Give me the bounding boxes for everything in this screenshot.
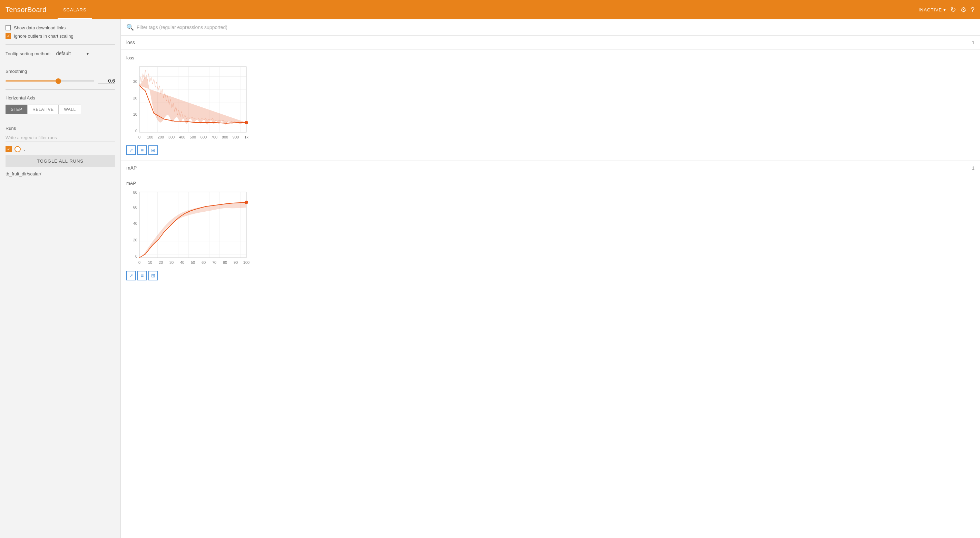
horizontal-axis-label: Horizontal Axis <box>6 95 115 101</box>
svg-text:40: 40 <box>133 221 137 225</box>
run-checkbox[interactable] <box>6 146 12 152</box>
map-section-header[interactable]: mAP 1 <box>121 161 980 175</box>
loss-chart-container: loss 0 10 20 30 0 100 <box>121 50 980 161</box>
data-links-section: Show data download links Ignore outliers… <box>6 25 115 39</box>
axis-step-button[interactable]: STEP <box>6 105 27 114</box>
header-left: TensorBoard SCALARS <box>6 0 92 19</box>
svg-point-34 <box>245 201 248 204</box>
map-lines-button[interactable]: ≡ <box>137 271 147 280</box>
loss-lines-button[interactable]: ≡ <box>137 145 147 155</box>
svg-text:500: 500 <box>190 135 196 139</box>
axis-wall-button[interactable]: WALL <box>59 105 81 114</box>
run-dot: . <box>24 146 25 152</box>
svg-text:0: 0 <box>138 260 140 265</box>
loss-expand-button[interactable]: ⤢ <box>126 145 136 155</box>
run-item: . <box>6 146 115 152</box>
svg-text:100: 100 <box>243 260 250 265</box>
map-dots-button[interactable]: ⊞ <box>148 271 158 280</box>
loss-section-title: loss <box>126 40 135 45</box>
svg-text:20: 20 <box>133 238 137 242</box>
loss-chart-actions: ⤢ ≡ ⊞ <box>126 145 974 155</box>
header-right: INACTIVE ▾ ↻ ⚙ ? <box>919 6 974 14</box>
loss-dots-button[interactable]: ⊞ <box>148 145 158 155</box>
ignore-outliers-box <box>6 33 11 39</box>
tooltip-sorting-label: Tooltip sorting method: <box>6 51 51 56</box>
chevron-down-icon: ▾ <box>943 7 946 13</box>
map-chart: 0 20 40 60 80 0 10 20 30 40 50 60 70 80 … <box>126 188 251 268</box>
settings-icon[interactable]: ⚙ <box>960 6 967 14</box>
smoothing-section: Smoothing 0.6 <box>6 69 115 84</box>
axis-buttons: STEP RELATIVE WALL <box>6 105 115 114</box>
divider-3 <box>6 89 115 90</box>
map-chart-container: mAP 0 20 40 60 80 0 10 <box>121 175 980 286</box>
loss-chart-title: loss <box>126 55 974 61</box>
svg-text:100: 100 <box>147 135 153 139</box>
filter-bar: 🔍 <box>121 19 980 35</box>
svg-text:50: 50 <box>191 260 195 265</box>
map-section-title: mAP <box>126 165 137 171</box>
svg-text:70: 70 <box>212 260 216 265</box>
layout: Show data download links Ignore outliers… <box>0 19 980 538</box>
show-data-links-checkbox[interactable]: Show data download links <box>6 25 115 30</box>
divider-1 <box>6 44 115 45</box>
logo: TensorBoard <box>6 6 46 14</box>
svg-text:90: 90 <box>234 260 238 265</box>
tooltip-sorting-select[interactable]: default ascending descending nearest <box>55 50 89 57</box>
divider-4 <box>6 120 115 120</box>
svg-text:80: 80 <box>133 190 137 195</box>
map-section-count: 1 <box>972 165 974 171</box>
sidebar: Show data download links Ignore outliers… <box>0 19 121 538</box>
search-icon: 🔍 <box>126 24 134 31</box>
svg-text:10: 10 <box>148 260 152 265</box>
runs-section: Runs . TOGGLE ALL RUNS tb_fruit_dir/scal… <box>6 126 115 176</box>
axis-section: Horizontal Axis STEP RELATIVE WALL <box>6 95 115 114</box>
svg-text:80: 80 <box>223 260 227 265</box>
svg-text:200: 200 <box>158 135 164 139</box>
map-expand-button[interactable]: ⤢ <box>126 271 136 280</box>
svg-text:700: 700 <box>211 135 217 139</box>
svg-text:30: 30 <box>169 260 173 265</box>
map-chart-actions: ⤢ ≡ ⊞ <box>126 271 974 280</box>
runs-label: Runs <box>6 126 115 131</box>
ignore-outliers-checkbox[interactable]: Ignore outliers in chart scaling <box>6 33 115 39</box>
divider-2 <box>6 63 115 63</box>
map-chart-title: mAP <box>126 180 974 186</box>
toggle-all-runs-button[interactable]: TOGGLE ALL RUNS <box>6 155 115 167</box>
svg-text:20: 20 <box>133 96 137 100</box>
main-content: 🔍 loss 1 loss 0 <box>121 19 980 538</box>
nav: SCALARS <box>57 0 92 19</box>
svg-text:300: 300 <box>169 135 175 139</box>
loss-section: loss 1 loss 0 10 20 30 <box>121 35 980 161</box>
svg-text:600: 600 <box>200 135 207 139</box>
tooltip-row: Tooltip sorting method: default ascendin… <box>6 50 115 57</box>
svg-text:0: 0 <box>135 129 137 133</box>
runs-filter-input[interactable] <box>6 134 115 142</box>
svg-text:60: 60 <box>202 260 206 265</box>
svg-text:40: 40 <box>180 260 184 265</box>
smoothing-label: Smoothing <box>6 69 115 74</box>
filter-tags-input[interactable] <box>137 24 974 30</box>
tooltip-section: Tooltip sorting method: default ascendin… <box>6 50 115 57</box>
run-circle <box>14 146 21 152</box>
svg-text:400: 400 <box>179 135 185 139</box>
show-data-links-box <box>6 25 11 30</box>
svg-text:60: 60 <box>133 205 137 209</box>
loss-section-header[interactable]: loss 1 <box>121 35 980 50</box>
svg-text:800: 800 <box>222 135 228 139</box>
axis-relative-button[interactable]: RELATIVE <box>27 105 59 114</box>
ignore-outliers-label: Ignore outliers in chart scaling <box>14 34 73 39</box>
svg-text:10: 10 <box>133 112 137 117</box>
smoothing-value[interactable]: 0.6 <box>99 78 115 84</box>
refresh-icon[interactable]: ↻ <box>950 6 956 14</box>
svg-text:30: 30 <box>133 80 137 83</box>
smoothing-slider[interactable] <box>6 80 94 81</box>
nav-scalars[interactable]: SCALARS <box>57 0 92 19</box>
status-dropdown[interactable]: INACTIVE ▾ <box>919 7 946 13</box>
svg-rect-17 <box>139 192 247 258</box>
slider-row: 0.6 <box>6 78 115 84</box>
help-icon[interactable]: ? <box>971 6 974 14</box>
svg-text:20: 20 <box>159 260 163 265</box>
header: TensorBoard SCALARS INACTIVE ▾ ↻ ⚙ ? <box>0 0 980 19</box>
svg-text:0: 0 <box>138 135 140 139</box>
svg-text:900: 900 <box>232 135 239 139</box>
